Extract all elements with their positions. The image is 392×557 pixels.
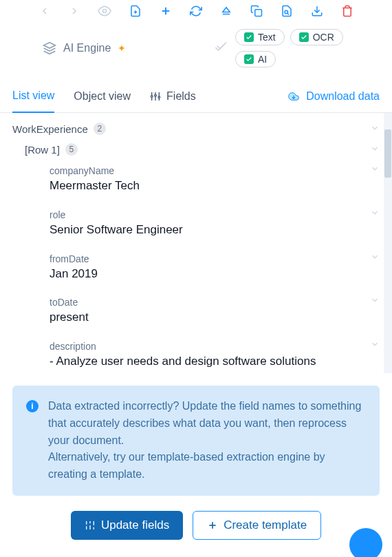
check-icon — [299, 32, 309, 42]
count-badge: 2 — [94, 123, 106, 135]
engine-selector[interactable]: AI Engine ✦ — [43, 41, 126, 55]
chip-text-label: Text — [258, 32, 276, 43]
chip-text[interactable]: Text — [235, 29, 285, 45]
svg-marker-5 — [223, 8, 230, 12]
chevron-down-icon — [370, 164, 380, 176]
chip-ai-label: AI — [258, 54, 267, 65]
plus-icon — [207, 520, 218, 531]
svg-point-0 — [103, 10, 107, 13]
field-company-name[interactable]: companyName Meermaster Tech — [12, 160, 380, 204]
svg-point-19 — [155, 94, 157, 96]
check-icon — [244, 32, 254, 42]
tree-row[interactable]: [Row 1] 5 — [12, 139, 380, 160]
field-label: fromDate — [50, 251, 380, 266]
engine-header: AI Engine ✦ Text OCR AI — [0, 22, 392, 74]
scrollbar-thumb[interactable] — [384, 129, 391, 178]
new-file-icon[interactable] — [129, 4, 142, 18]
tab-list-view[interactable]: List view — [12, 90, 54, 113]
download-data-link[interactable]: Download data — [287, 90, 380, 112]
field-to-date[interactable]: toDate present — [12, 291, 380, 335]
field-value: Senior Software Engineer — [50, 222, 380, 242]
chip-ai[interactable]: AI — [235, 51, 276, 67]
field-description[interactable]: description - Analyze user needs and des… — [12, 335, 380, 373]
tab-fields[interactable]: Fields — [150, 90, 196, 112]
chevron-down-icon — [370, 252, 380, 264]
sparkle-icon: ✦ — [118, 43, 126, 54]
eject-icon[interactable] — [220, 4, 232, 18]
chevron-down-icon — [370, 295, 380, 307]
nav-forward-icon[interactable] — [68, 4, 80, 18]
copy-icon[interactable] — [250, 4, 263, 18]
toolbar — [0, 0, 392, 22]
tree-row-label: [Row 1] — [25, 144, 60, 156]
field-from-date[interactable]: fromDate Jan 2019 — [12, 248, 380, 292]
count-badge: 5 — [65, 143, 78, 156]
check-icon — [244, 54, 254, 64]
scrollbar[interactable] — [384, 113, 392, 373]
button-row: Update fields Create template — [0, 496, 392, 540]
cloud-download-icon — [287, 91, 301, 102]
refresh-icon[interactable] — [190, 4, 202, 18]
tab-object-view[interactable]: Object view — [74, 90, 131, 112]
field-role[interactable]: role Senior Software Engineer — [12, 204, 380, 248]
chip-ocr[interactable]: OCR — [290, 29, 343, 45]
chevron-down-icon — [370, 144, 380, 156]
tree-section[interactable]: WorkExperience 2 — [12, 118, 380, 139]
svg-point-20 — [158, 96, 160, 98]
field-label: toDate — [50, 294, 380, 309]
chip-ocr-label: OCR — [313, 32, 334, 43]
info-icon: i — [26, 400, 39, 412]
checkmark-icon — [213, 41, 227, 56]
chevron-down-icon — [370, 339, 380, 351]
svg-marker-11 — [44, 43, 56, 48]
chip-group: Text OCR AI — [235, 29, 380, 67]
file-search-icon[interactable] — [281, 4, 293, 18]
field-label: description — [50, 338, 380, 353]
field-value: present — [50, 309, 380, 330]
field-label: role — [50, 207, 380, 222]
fab-button[interactable] — [349, 528, 382, 557]
layers-icon — [43, 41, 56, 55]
svg-point-18 — [151, 95, 153, 97]
plus-icon[interactable] — [160, 4, 172, 18]
field-value: Meermaster Tech — [50, 178, 380, 198]
sliders-icon — [150, 91, 161, 102]
field-value: - Analyze user needs and design software… — [50, 353, 380, 373]
chevron-down-icon — [370, 123, 380, 135]
tree-section-label: WorkExperience — [12, 123, 88, 135]
sliders-icon — [85, 520, 96, 531]
info-alert: i Data extracted incorrectly? Update the… — [12, 386, 380, 496]
content-area: WorkExperience 2 [Row 1] 5 companyName M… — [0, 113, 392, 373]
chevron-down-icon — [370, 208, 380, 220]
download-icon[interactable] — [311, 4, 323, 18]
svg-rect-7 — [255, 10, 262, 17]
field-value: Jan 2019 — [50, 266, 380, 286]
nav-back-icon[interactable] — [39, 4, 50, 18]
alert-text: Data extracted incorrectly? Update the f… — [48, 398, 366, 483]
eye-icon[interactable] — [98, 4, 111, 18]
engine-name: AI Engine — [63, 42, 111, 54]
update-fields-button[interactable]: Update fields — [71, 511, 183, 540]
trash-icon[interactable] — [341, 4, 353, 18]
svg-line-9 — [287, 13, 289, 14]
field-label: companyName — [50, 162, 380, 178]
tabs: List view Object view Fields Download da… — [0, 74, 392, 113]
create-template-button[interactable]: Create template — [193, 511, 321, 540]
